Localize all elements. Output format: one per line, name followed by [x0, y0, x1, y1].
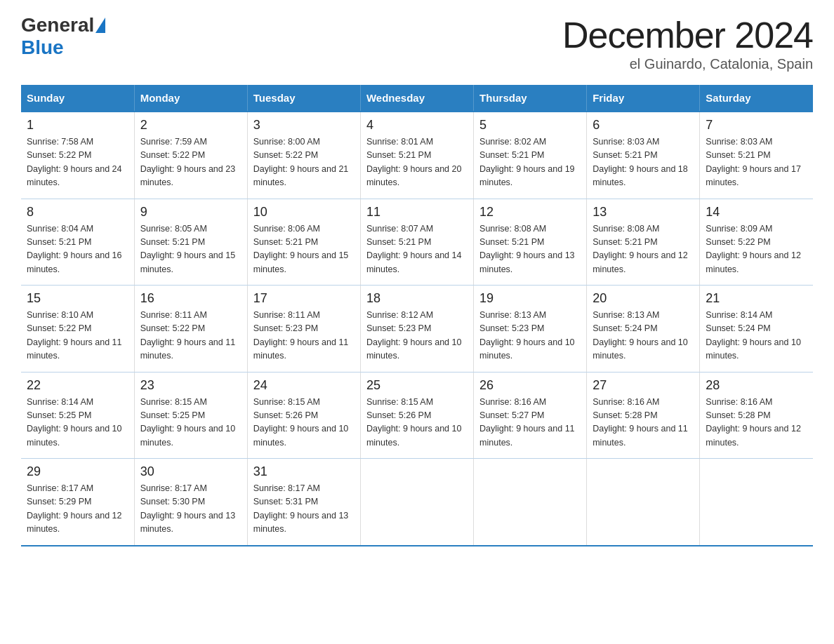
calendar-cell: 23Sunrise: 8:15 AMSunset: 5:25 PMDayligh… — [134, 372, 247, 459]
day-number: 3 — [253, 118, 355, 133]
day-number: 6 — [593, 118, 694, 133]
calendar-cell: 19Sunrise: 8:13 AMSunset: 5:23 PMDayligh… — [474, 286, 587, 373]
calendar-cell: 8Sunrise: 8:04 AMSunset: 5:21 PMDaylight… — [21, 199, 134, 286]
calendar-cell — [474, 459, 587, 546]
day-info: Sunrise: 8:15 AMSunset: 5:25 PMDaylight:… — [140, 396, 241, 450]
day-number: 16 — [140, 291, 241, 306]
day-info: Sunrise: 8:01 AMSunset: 5:21 PMDaylight:… — [366, 135, 468, 190]
calendar-cell: 25Sunrise: 8:15 AMSunset: 5:26 PMDayligh… — [360, 372, 473, 459]
calendar-cell: 21Sunrise: 8:14 AMSunset: 5:24 PMDayligh… — [700, 286, 813, 373]
calendar-cell: 26Sunrise: 8:16 AMSunset: 5:27 PMDayligh… — [474, 372, 587, 459]
day-info: Sunrise: 8:11 AMSunset: 5:23 PMDaylight:… — [253, 309, 355, 363]
calendar-cell: 16Sunrise: 8:11 AMSunset: 5:22 PMDayligh… — [134, 286, 247, 373]
calendar-cell: 10Sunrise: 8:06 AMSunset: 5:21 PMDayligh… — [247, 199, 360, 286]
calendar-cell: 29Sunrise: 8:17 AMSunset: 5:29 PMDayligh… — [21, 459, 134, 546]
day-info: Sunrise: 8:02 AMSunset: 5:21 PMDaylight:… — [479, 135, 581, 190]
calendar-cell: 20Sunrise: 8:13 AMSunset: 5:24 PMDayligh… — [587, 286, 700, 373]
page-header: General Blue December 2024 el Guinardo, … — [21, 14, 813, 72]
col-monday: Monday — [134, 85, 247, 112]
day-number: 28 — [706, 378, 807, 393]
day-number: 9 — [140, 205, 241, 220]
calendar-cell: 27Sunrise: 8:16 AMSunset: 5:28 PMDayligh… — [587, 372, 700, 459]
day-info: Sunrise: 8:08 AMSunset: 5:21 PMDaylight:… — [593, 222, 694, 277]
calendar-subtitle: el Guinardo, Catalonia, Spain — [562, 56, 813, 72]
calendar-cell: 15Sunrise: 8:10 AMSunset: 5:22 PMDayligh… — [21, 286, 134, 373]
day-info: Sunrise: 8:12 AMSunset: 5:23 PMDaylight:… — [366, 309, 468, 363]
calendar-cell: 4Sunrise: 8:01 AMSunset: 5:21 PMDaylight… — [360, 112, 473, 199]
day-number: 13 — [593, 205, 694, 220]
calendar-week-row: 15Sunrise: 8:10 AMSunset: 5:22 PMDayligh… — [21, 286, 813, 373]
day-number: 31 — [253, 464, 355, 479]
day-info: Sunrise: 8:14 AMSunset: 5:25 PMDaylight:… — [27, 396, 128, 450]
calendar-cell: 5Sunrise: 8:02 AMSunset: 5:21 PMDaylight… — [474, 112, 587, 199]
day-number: 15 — [27, 291, 128, 306]
day-info: Sunrise: 8:09 AMSunset: 5:22 PMDaylight:… — [706, 222, 807, 277]
day-info: Sunrise: 8:08 AMSunset: 5:21 PMDaylight:… — [479, 222, 581, 277]
col-friday: Friday — [587, 85, 700, 112]
day-number: 26 — [479, 378, 581, 393]
calendar-week-row: 1Sunrise: 7:58 AMSunset: 5:22 PMDaylight… — [21, 112, 813, 199]
calendar-cell: 24Sunrise: 8:15 AMSunset: 5:26 PMDayligh… — [247, 372, 360, 459]
day-number: 25 — [366, 378, 468, 393]
calendar-cell: 12Sunrise: 8:08 AMSunset: 5:21 PMDayligh… — [474, 199, 587, 286]
day-number: 11 — [366, 205, 468, 220]
day-number: 8 — [27, 205, 128, 220]
col-thursday: Thursday — [474, 85, 587, 112]
logo: General Blue — [21, 14, 107, 59]
calendar-cell: 11Sunrise: 8:07 AMSunset: 5:21 PMDayligh… — [360, 199, 473, 286]
day-info: Sunrise: 8:15 AMSunset: 5:26 PMDaylight:… — [366, 396, 468, 450]
day-number: 30 — [140, 464, 241, 479]
day-number: 21 — [706, 291, 807, 306]
calendar-cell — [360, 459, 473, 546]
day-number: 18 — [366, 291, 468, 306]
calendar-cell — [700, 459, 813, 546]
logo-triangle-icon — [95, 18, 105, 33]
calendar-cell: 28Sunrise: 8:16 AMSunset: 5:28 PMDayligh… — [700, 372, 813, 459]
day-number: 24 — [253, 378, 355, 393]
calendar-cell: 17Sunrise: 8:11 AMSunset: 5:23 PMDayligh… — [247, 286, 360, 373]
day-number: 10 — [253, 205, 355, 220]
calendar-cell: 9Sunrise: 8:05 AMSunset: 5:21 PMDaylight… — [134, 199, 247, 286]
day-info: Sunrise: 8:04 AMSunset: 5:21 PMDaylight:… — [27, 222, 128, 277]
day-info: Sunrise: 8:16 AMSunset: 5:28 PMDaylight:… — [706, 396, 807, 450]
day-number: 20 — [593, 291, 694, 306]
title-block: December 2024 el Guinardo, Catalonia, Sp… — [562, 14, 813, 72]
calendar-cell: 22Sunrise: 8:14 AMSunset: 5:25 PMDayligh… — [21, 372, 134, 459]
calendar-week-row: 29Sunrise: 8:17 AMSunset: 5:29 PMDayligh… — [21, 459, 813, 546]
day-info: Sunrise: 8:16 AMSunset: 5:27 PMDaylight:… — [479, 396, 581, 450]
calendar-cell: 18Sunrise: 8:12 AMSunset: 5:23 PMDayligh… — [360, 286, 473, 373]
calendar-week-row: 22Sunrise: 8:14 AMSunset: 5:25 PMDayligh… — [21, 372, 813, 459]
day-info: Sunrise: 8:17 AMSunset: 5:30 PMDaylight:… — [140, 482, 241, 537]
day-number: 17 — [253, 291, 355, 306]
day-info: Sunrise: 8:13 AMSunset: 5:23 PMDaylight:… — [479, 309, 581, 363]
day-number: 14 — [706, 205, 807, 220]
header-row: Sunday Monday Tuesday Wednesday Thursday… — [21, 85, 813, 112]
calendar-week-row: 8Sunrise: 8:04 AMSunset: 5:21 PMDaylight… — [21, 199, 813, 286]
calendar-table: Sunday Monday Tuesday Wednesday Thursday… — [21, 85, 813, 546]
calendar-cell: 1Sunrise: 7:58 AMSunset: 5:22 PMDaylight… — [21, 112, 134, 199]
day-number: 2 — [140, 118, 241, 133]
day-number: 23 — [140, 378, 241, 393]
day-number: 27 — [593, 378, 694, 393]
day-info: Sunrise: 8:13 AMSunset: 5:24 PMDaylight:… — [593, 309, 694, 363]
calendar-title: December 2024 — [562, 14, 813, 56]
day-number: 22 — [27, 378, 128, 393]
calendar-cell: 7Sunrise: 8:03 AMSunset: 5:21 PMDaylight… — [700, 112, 813, 199]
day-info: Sunrise: 8:10 AMSunset: 5:22 PMDaylight:… — [27, 309, 128, 363]
day-info: Sunrise: 8:05 AMSunset: 5:21 PMDaylight:… — [140, 222, 241, 277]
day-number: 19 — [479, 291, 581, 306]
day-info: Sunrise: 8:16 AMSunset: 5:28 PMDaylight:… — [593, 396, 694, 450]
logo-blue-text: Blue — [21, 36, 64, 59]
calendar-cell: 13Sunrise: 8:08 AMSunset: 5:21 PMDayligh… — [587, 199, 700, 286]
calendar-cell: 2Sunrise: 7:59 AMSunset: 5:22 PMDaylight… — [134, 112, 247, 199]
day-info: Sunrise: 8:03 AMSunset: 5:21 PMDaylight:… — [593, 135, 694, 190]
col-saturday: Saturday — [700, 85, 813, 112]
day-number: 5 — [479, 118, 581, 133]
calendar-cell: 3Sunrise: 8:00 AMSunset: 5:22 PMDaylight… — [247, 112, 360, 199]
col-wednesday: Wednesday — [360, 85, 473, 112]
day-info: Sunrise: 8:06 AMSunset: 5:21 PMDaylight:… — [253, 222, 355, 277]
day-info: Sunrise: 8:03 AMSunset: 5:21 PMDaylight:… — [706, 135, 807, 190]
calendar-cell — [587, 459, 700, 546]
day-info: Sunrise: 8:17 AMSunset: 5:31 PMDaylight:… — [253, 482, 355, 537]
day-number: 4 — [366, 118, 468, 133]
